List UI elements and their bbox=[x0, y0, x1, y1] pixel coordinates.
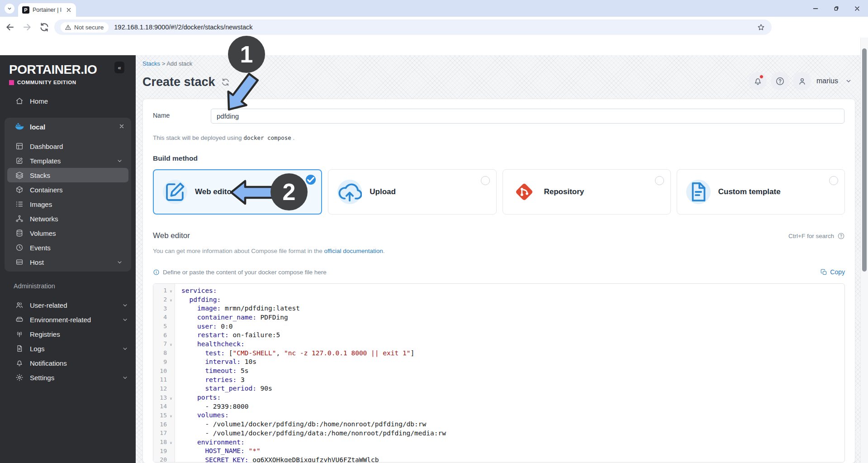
sidebar-item-dashboard[interactable]: Dashboard bbox=[7, 139, 128, 153]
sidebar-item-host[interactable]: Host bbox=[7, 255, 128, 269]
sidebar-item-templates[interactable]: Templates bbox=[7, 153, 128, 168]
fold-spacer bbox=[167, 450, 175, 452]
line-number: 17 bbox=[153, 430, 167, 436]
sidebar-item-settings[interactable]: Settings bbox=[0, 370, 136, 385]
code-line[interactable]: 4 container_name: PDFDing bbox=[153, 313, 844, 322]
sidebar-item-label: Host bbox=[30, 258, 44, 266]
sidebar-item-stacks[interactable]: Stacks bbox=[7, 168, 128, 182]
build-method-repository[interactable]: Repository bbox=[503, 169, 671, 215]
code-line[interactable]: 7∨ healthcheck: bbox=[153, 339, 844, 348]
browser-toolbar: Not secure 192.168.1.18:9000/#!/2/docker… bbox=[0, 17, 868, 38]
window-close-button[interactable] bbox=[854, 5, 861, 12]
box-icon bbox=[15, 186, 24, 194]
sidebar-item-notifications[interactable]: Notifications bbox=[0, 356, 136, 370]
scrollbar-thumb[interactable] bbox=[862, 48, 867, 272]
sidebar-item-networks[interactable]: Networks bbox=[7, 211, 128, 226]
chevron-down-icon bbox=[116, 259, 123, 266]
administration-label: Administration bbox=[14, 282, 55, 290]
code-line[interactable]: 13∨ ports: bbox=[153, 393, 844, 402]
sidebar-item-images[interactable]: Images bbox=[7, 197, 128, 211]
tab-search-button[interactable] bbox=[5, 4, 14, 14]
copy-button[interactable]: Copy bbox=[821, 268, 845, 276]
code-line[interactable]: 3 image: mrmn/pdfding:latest bbox=[153, 304, 844, 313]
code-line[interactable]: 15∨ volumes: bbox=[153, 411, 844, 420]
window-scrollbar[interactable] bbox=[860, 38, 868, 463]
code-text: container_name: PDFDing bbox=[175, 314, 288, 321]
code-line[interactable]: 11 retries: 3 bbox=[153, 375, 844, 384]
bookmark-star-icon[interactable] bbox=[757, 23, 765, 32]
sidebar-item-label: Volumes bbox=[30, 229, 56, 237]
stack-name-input[interactable] bbox=[211, 109, 844, 124]
radio-unselected-icon[interactable] bbox=[829, 176, 838, 185]
fold-chevron-icon[interactable]: ∨ bbox=[167, 296, 175, 302]
environment-header[interactable]: local bbox=[5, 118, 131, 136]
sidebar-item-containers[interactable]: Containers bbox=[7, 182, 128, 197]
sidebar-item-label: Registries bbox=[30, 330, 60, 338]
build-method-upload[interactable]: Upload bbox=[328, 169, 496, 215]
layers-icon bbox=[15, 171, 24, 179]
notifications-button[interactable] bbox=[749, 72, 767, 90]
official-documentation-link[interactable]: official documentation bbox=[324, 248, 383, 254]
fold-spacer bbox=[167, 423, 175, 425]
warning-icon bbox=[65, 24, 71, 31]
sidebar-item-registries[interactable]: Registries bbox=[0, 327, 136, 341]
code-line[interactable]: 18∨ environment: bbox=[153, 438, 844, 447]
user-menu-chevron-icon[interactable] bbox=[845, 77, 852, 85]
breadcrumb-stacks-link[interactable]: Stacks bbox=[142, 60, 160, 67]
code-line[interactable]: 1∨services: bbox=[153, 286, 844, 295]
code-line[interactable]: 12 start_period: 90s bbox=[153, 384, 844, 393]
refresh-icon[interactable] bbox=[221, 77, 230, 87]
build-method-web-editor[interactable]: Web editor bbox=[153, 169, 322, 215]
fold-chevron-icon[interactable]: ∨ bbox=[167, 439, 175, 445]
build-method-custom-template[interactable]: Custom template bbox=[677, 169, 845, 215]
code-line[interactable]: 16 - /volume1/docker/pdfding/db:/home/no… bbox=[153, 420, 844, 429]
code-line[interactable]: 8 test: ["CMD-SHELL", "nc -z 127.0.0.1 8… bbox=[153, 348, 844, 358]
sidebar-item-label: Environment-related bbox=[30, 316, 91, 324]
selected-check-icon[interactable] bbox=[306, 175, 316, 185]
code-line[interactable]: 14 - 2939:8000 bbox=[153, 402, 844, 411]
sidebar-item-user-related[interactable]: User-related bbox=[0, 298, 136, 312]
sidebar-collapse-button[interactable]: « bbox=[114, 62, 124, 73]
edit-icon bbox=[15, 157, 24, 165]
url-text: 192.168.1.18:9000/#!/2/docker/stacks/new… bbox=[114, 24, 252, 31]
sidebar-item-label: Logs bbox=[30, 345, 45, 353]
sidebar-item-events[interactable]: Events bbox=[7, 240, 128, 255]
code-line[interactable]: 19 HOST_NAME: "*" bbox=[153, 446, 844, 455]
tab-close-icon[interactable] bbox=[66, 7, 72, 13]
window-minimize-button[interactable] bbox=[812, 5, 819, 12]
forward-icon[interactable] bbox=[22, 22, 33, 33]
environment-name: local bbox=[30, 123, 45, 131]
browser-tab[interactable]: P Portainer | lo bbox=[18, 3, 76, 17]
line-number: 3 bbox=[153, 305, 167, 312]
compose-code-editor[interactable]: 1∨services:2∨ pdfding:3 image: mrmn/pdfd… bbox=[153, 283, 845, 463]
line-number: 1 bbox=[153, 287, 167, 294]
sidebar-item-volumes[interactable]: Volumes bbox=[7, 226, 128, 240]
window-restore-button[interactable] bbox=[833, 5, 840, 12]
code-text: environment: bbox=[175, 439, 245, 446]
code-text: ports: bbox=[175, 394, 221, 401]
sidebar-item-environment-related[interactable]: Environment-related bbox=[0, 312, 136, 327]
radio-unselected-icon[interactable] bbox=[655, 176, 664, 185]
radio-unselected-icon[interactable] bbox=[481, 176, 490, 185]
environment-close-icon[interactable] bbox=[119, 123, 125, 129]
code-line[interactable]: 5 user: 0:0 bbox=[153, 322, 844, 331]
user-avatar-button[interactable] bbox=[793, 72, 811, 90]
code-line[interactable]: 6 restart: on-failure:5 bbox=[153, 330, 844, 339]
sidebar-item-home[interactable]: Home bbox=[0, 94, 136, 108]
reload-icon[interactable] bbox=[39, 22, 50, 33]
fold-chevron-icon[interactable]: ∨ bbox=[167, 287, 175, 293]
sidebar-item-logs[interactable]: Logs bbox=[0, 341, 136, 356]
fold-chevron-icon[interactable]: ∨ bbox=[167, 412, 175, 418]
back-icon[interactable] bbox=[5, 22, 15, 33]
code-line[interactable]: 20 SECRET_KEY: og6XXQHkgeDBixqufzyhVU6FZ… bbox=[153, 455, 844, 463]
address-bar[interactable]: Not secure 192.168.1.18:9000/#!/2/docker… bbox=[54, 19, 772, 35]
code-line[interactable]: 2∨ pdfding: bbox=[153, 295, 844, 304]
code-line[interactable]: 17 - /volume1/docker/pdfding/data:/home/… bbox=[153, 429, 844, 438]
code-line[interactable]: 10 timeout: 5s bbox=[153, 366, 844, 375]
code-line[interactable]: 9 interval: 10s bbox=[153, 358, 844, 367]
help-button[interactable] bbox=[771, 72, 789, 90]
chevron-down-icon bbox=[7, 6, 12, 11]
fold-chevron-icon[interactable]: ∨ bbox=[167, 395, 175, 401]
not-secure-chip[interactable]: Not secure bbox=[61, 22, 109, 33]
fold-chevron-icon[interactable]: ∨ bbox=[167, 341, 175, 347]
